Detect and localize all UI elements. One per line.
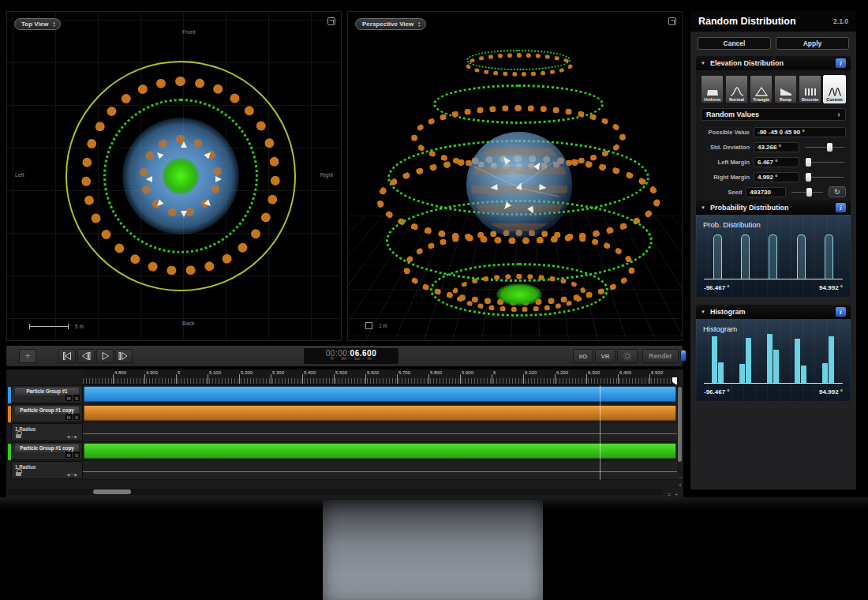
render-button[interactable]: Render [642,349,679,363]
automation-track-header[interactable]: 1.Radius ◀•▶ [11,461,83,479]
histogram-cluster [739,338,752,383]
skip-start-button[interactable] [58,349,76,363]
dist-type-triangle[interactable]: Triangle [750,75,773,103]
velocity-arrow [539,184,547,191]
dist-type-discrete[interactable]: Discrete [799,75,821,103]
mute-button[interactable]: M [65,452,72,458]
add-button[interactable]: + [19,349,36,363]
io-button[interactable]: I/O [573,349,593,363]
keyframe-nav[interactable]: ◀•▶ [67,434,79,439]
solo-button[interactable]: S [73,414,80,420]
std-deviation-field[interactable]: 43.266 ° [754,142,799,152]
possible-value-field[interactable]: -90 -45 0 45 90 ° [754,127,846,137]
dist-type-normal[interactable]: Normal [725,75,748,103]
keyframe-nav[interactable]: ◀•▶ [67,472,79,477]
minor-ticks [83,378,677,384]
track-color-strip [8,444,11,460]
right-margin-field[interactable]: 4.992 ° [754,172,799,182]
clip-orange[interactable] [84,405,676,421]
add-track-icon[interactable]: + [675,492,678,497]
timeline: 4.8004.90055.1005.2005.3005.4005.5005.60… [6,369,683,497]
lock-icon[interactable] [16,472,21,476]
hscroll-thumb[interactable] [93,489,131,494]
collapse-triangle-icon[interactable]: ▼ [701,61,705,66]
right-margin-slider[interactable] [803,172,846,182]
perspective-viewport[interactable]: 1 m Perspective View ▲▼ [347,11,683,341]
std-deviation-slider[interactable] [803,142,846,152]
refresh-seed-icon[interactable]: ↻ [829,186,846,197]
view-selector-perspective[interactable]: Perspective View ▲▼ [355,18,426,30]
step-forward-button[interactable] [115,349,133,363]
automation-curve[interactable] [83,433,677,434]
vr-button[interactable]: VR [595,349,615,363]
fit-icon[interactable]: = [668,492,671,497]
dropdown-value: Random Values [706,111,759,118]
view-selector-top[interactable]: Top View ▲▼ [14,18,61,30]
left-margin-field[interactable]: 6.467 ° [754,157,799,167]
view-selector-label: Perspective View [362,21,413,28]
play-button[interactable] [96,349,114,363]
solo-button[interactable]: S [73,395,80,401]
track-lane[interactable] [83,404,677,423]
render-indicator[interactable] [680,350,687,362]
horizontal-scrollbar[interactable] [8,489,663,495]
histogram-section-header[interactable]: ▼ Histogram i [696,305,851,319]
fullscreen-icon[interactable] [327,17,335,25]
particle-core-green [163,158,199,194]
values-mode-dropdown[interactable]: Random Values ▲▼ [701,108,846,121]
lock-icon[interactable] [16,434,21,438]
ruler-tick-label: 6.200 [556,370,568,375]
track-lane[interactable] [83,442,677,461]
automation-track-header[interactable]: 1.Radius ◀•▶ [11,423,83,441]
histogram-bar [746,338,751,383]
ruler-tick-label: 4.800 [114,370,126,375]
track-header[interactable]: Particle Group #1 MS [11,385,83,403]
timeline-ruler[interactable]: 4.8004.90055.1005.2005.3005.4005.5005.60… [83,369,677,385]
track-header[interactable]: Particle Group #1 copy MS [11,442,83,460]
settings-button[interactable] [617,349,638,363]
mute-button[interactable]: M [65,395,72,401]
automation-curve[interactable] [83,471,677,472]
dist-type-custom[interactable]: Custom [823,75,846,103]
track-name: 1.Radius [15,463,79,471]
velocity-arrow [490,184,498,191]
clip-green[interactable] [84,443,676,459]
collapse-triangle-icon[interactable]: ▼ [701,205,705,210]
playhead-marker[interactable] [672,377,677,385]
dist-type-ramp[interactable]: Ramp [774,75,797,103]
track-header[interactable]: Particle Group #1 copy MS [11,404,83,422]
step-back-icon [80,351,92,361]
x-axis-min-label: -96.467 ° [704,284,730,291]
x-axis-max-label: 94.992 ° [819,284,843,291]
info-icon[interactable]: i [836,203,846,212]
cancel-button[interactable]: Cancel [698,37,771,50]
back-label: Back [182,321,195,326]
apply-button[interactable]: Apply [776,37,849,50]
left-margin-slider[interactable] [803,157,846,167]
collapse-triangle-icon[interactable]: ▼ [701,309,705,314]
elevation-section-header[interactable]: ▼ Elevation Distribution i [696,56,851,70]
chevron-updown-icon: ▲▼ [417,21,421,27]
clip-blue[interactable] [84,386,676,402]
info-icon[interactable]: i [836,58,846,68]
time-display[interactable]: 00:00:06.600 HrMinSecMs [304,348,398,364]
track-lane[interactable] [83,385,677,404]
track-color-strip [8,387,11,403]
fullscreen-icon[interactable] [668,17,676,25]
info-icon[interactable]: i [836,307,846,317]
solo-button[interactable]: S [73,452,80,458]
histogram-bar [739,364,745,383]
automation-lane[interactable] [83,423,677,442]
scale-indicator: 5 m [29,324,84,329]
seed-slider[interactable] [790,187,825,197]
seed-field[interactable]: 493730 [746,187,785,197]
probability-section-header[interactable]: ▼ Probability Distribution i [696,201,851,215]
mute-button[interactable]: M [65,414,72,420]
top-viewport[interactable]: Front Back Left Right 5 m Top View ▲▼ [6,11,342,341]
dist-type-uniform[interactable]: Uniform [701,75,724,103]
zoom-in-icon[interactable]: + [679,482,682,488]
vertical-scrollbar[interactable] [678,387,683,474]
automation-lane[interactable] [83,461,677,480]
zoom-out-icon[interactable]: − [679,474,682,480]
step-back-button[interactable] [77,349,95,363]
